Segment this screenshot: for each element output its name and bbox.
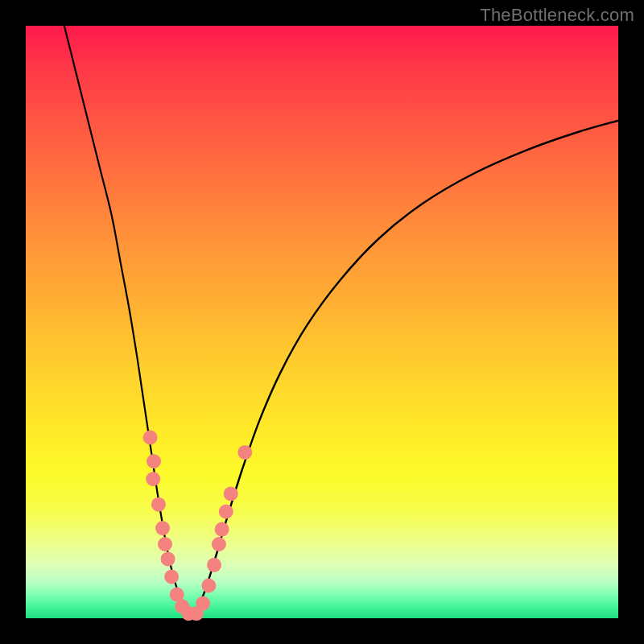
data-marker	[196, 597, 210, 611]
data-marker	[151, 497, 166, 512]
data-marker	[155, 521, 170, 535]
data-marker	[143, 431, 158, 445]
curve-right-branch	[193, 121, 618, 616]
watermark-text: TheBottleneck.com	[480, 5, 634, 26]
data-marker	[219, 505, 233, 519]
data-marker	[164, 570, 179, 584]
curve-left-branch	[64, 26, 193, 615]
data-marker	[237, 445, 252, 460]
chart-frame: TheBottleneck.com	[0, 0, 644, 644]
data-markers	[143, 431, 253, 621]
data-marker	[224, 486, 238, 501]
data-marker	[161, 551, 175, 566]
data-marker	[212, 537, 226, 551]
plot-area	[26, 26, 618, 618]
data-marker	[146, 472, 160, 486]
chart-svg	[26, 26, 618, 618]
data-marker	[158, 537, 172, 551]
data-marker	[201, 579, 216, 593]
data-marker	[207, 558, 221, 572]
data-marker	[215, 522, 229, 537]
data-marker	[147, 454, 161, 469]
